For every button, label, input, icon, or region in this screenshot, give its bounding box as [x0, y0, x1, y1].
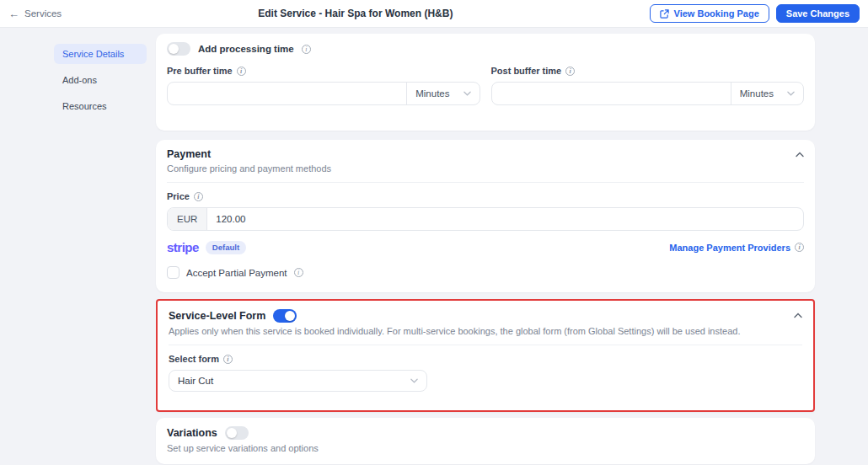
- add-processing-time-toggle[interactable]: [167, 42, 190, 56]
- currency-prefix: EUR: [168, 208, 207, 230]
- variations-title: Variations: [167, 427, 217, 439]
- info-icon[interactable]: i: [795, 243, 804, 252]
- chevron-down-icon: [463, 91, 471, 96]
- sidebar-item-add-ons[interactable]: Add-ons: [54, 70, 147, 90]
- default-provider-badge: Default: [206, 241, 246, 254]
- price-label-row: Price i: [167, 191, 203, 201]
- top-bar: ← Services Edit Service - Hair Spa for W…: [0, 0, 868, 28]
- pre-buffer-input-group: Minutes: [167, 82, 480, 105]
- scheduling-card: Add processing time i Pre buffer time i …: [156, 34, 815, 131]
- post-buffer-label: Post buffer time: [491, 66, 562, 76]
- post-buffer-input[interactable]: [492, 83, 731, 104]
- payment-title: Payment: [167, 148, 331, 160]
- unit-label: Minutes: [415, 88, 449, 99]
- save-changes-button[interactable]: Save Changes: [776, 4, 860, 23]
- sidebar-item-resources[interactable]: Resources: [54, 96, 147, 116]
- info-icon[interactable]: i: [194, 192, 203, 201]
- divider: [167, 182, 804, 183]
- accept-partial-payment-checkbox[interactable]: [167, 266, 179, 279]
- pre-buffer-input[interactable]: [168, 83, 406, 104]
- service-form-header-row: Service-Level Form: [169, 309, 802, 323]
- sidebar-item-service-details[interactable]: Service Details: [54, 44, 147, 64]
- unit-label: Minutes: [740, 88, 774, 99]
- info-icon[interactable]: i: [237, 67, 246, 76]
- price-label: Price: [167, 191, 190, 201]
- post-buffer-label-row: Post buffer time i: [491, 66, 576, 76]
- service-level-form-card: Service-Level Form Applies only when thi…: [156, 299, 815, 412]
- select-form-label: Select form: [169, 354, 219, 364]
- topbar-actions: View Booking Page Save Changes: [650, 4, 860, 23]
- info-icon[interactable]: i: [294, 268, 303, 277]
- processing-time-row: Add processing time i: [167, 42, 804, 56]
- collapse-chevron-up-icon[interactable]: [796, 152, 804, 158]
- settings-sidebar: Service Details Add-ons Resources: [54, 44, 147, 122]
- form-select-dropdown[interactable]: Hair Cut: [169, 370, 427, 392]
- post-buffer-unit-select[interactable]: Minutes: [731, 83, 803, 104]
- payment-subtitle: Configure pricing and payment methods: [167, 163, 331, 174]
- pre-buffer-label: Pre buffer time: [167, 66, 233, 76]
- service-form-description: Applies only when this service is booked…: [169, 326, 802, 336]
- selected-form-value: Hair Cut: [178, 376, 213, 386]
- payment-header-row: Payment Configure pricing and payment me…: [167, 148, 804, 174]
- pre-buffer-unit-select[interactable]: Minutes: [406, 83, 479, 104]
- page-title: Edit Service - Hair Spa for Women (H&B): [62, 8, 649, 19]
- post-buffer-input-group: Minutes: [491, 82, 805, 105]
- main-content: Add processing time i Pre buffer time i …: [156, 29, 815, 464]
- processing-time-label: Add processing time: [198, 44, 294, 54]
- back-arrow-icon: ←: [8, 8, 19, 19]
- collapse-chevron-up-icon[interactable]: [794, 313, 802, 318]
- view-booking-page-button[interactable]: View Booking Page: [650, 4, 769, 23]
- divider: [169, 345, 802, 345]
- stripe-logo: stripe: [167, 240, 199, 254]
- variations-toggle[interactable]: [225, 426, 249, 440]
- view-booking-page-label: View Booking Page: [674, 8, 759, 19]
- sidebar-item-label: Resources: [62, 101, 107, 111]
- post-buffer-column: Post buffer time i Minutes: [491, 59, 805, 105]
- sidebar-item-label: Add-ons: [62, 75, 97, 85]
- payment-card: Payment Configure pricing and payment me…: [156, 140, 815, 292]
- service-form-title: Service-Level Form: [169, 310, 265, 322]
- pre-buffer-column: Pre buffer time i Minutes: [167, 59, 480, 105]
- accept-partial-payment-label: Accept Partial Payment: [186, 268, 287, 278]
- variations-subtitle: Set up service variations and options: [167, 443, 804, 453]
- buffer-time-columns: Pre buffer time i Minutes Post buffer ti…: [167, 59, 804, 105]
- chevron-down-icon: [410, 378, 418, 383]
- back-to-services-link[interactable]: ← Services: [8, 8, 62, 19]
- info-icon[interactable]: i: [223, 355, 233, 364]
- price-input[interactable]: [207, 208, 803, 230]
- select-form-label-row: Select form i: [169, 354, 233, 364]
- manage-payment-providers-link[interactable]: Manage Payment Providers i: [669, 243, 804, 253]
- partial-payment-row: Accept Partial Payment i: [167, 266, 804, 279]
- info-icon[interactable]: i: [302, 45, 311, 54]
- external-link-icon: [660, 9, 669, 19]
- variations-card: Variations Set up service variations and…: [156, 418, 815, 464]
- sidebar-item-label: Service Details: [62, 49, 124, 59]
- save-changes-label: Save Changes: [786, 8, 849, 19]
- pre-buffer-label-row: Pre buffer time i: [167, 66, 246, 76]
- price-input-group: EUR: [167, 207, 804, 231]
- variations-header-row: Variations: [167, 426, 804, 440]
- service-level-form-toggle[interactable]: [273, 309, 297, 323]
- chevron-down-icon: [787, 91, 795, 96]
- manage-payment-providers-label: Manage Payment Providers: [669, 243, 790, 253]
- payment-provider-row: stripe Default Manage Payment Providers …: [167, 240, 804, 254]
- info-icon[interactable]: i: [565, 67, 575, 76]
- back-label: Services: [24, 8, 62, 19]
